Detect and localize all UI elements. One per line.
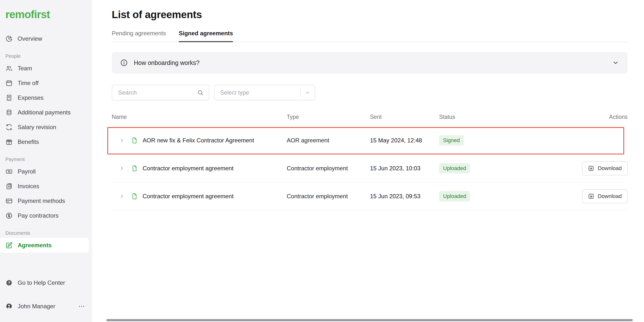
status-badge: Signed xyxy=(439,135,464,146)
sidebar-item-additional-payments[interactable]: Additional payments xyxy=(0,105,92,120)
sidebar-item-agreements[interactable]: Agreements xyxy=(0,238,89,253)
sidebar-item-label: Salary revision xyxy=(18,124,56,130)
page-title: List of agreements xyxy=(112,9,628,20)
sidebar-item-label: Additional payments xyxy=(18,109,70,116)
sidebar-item-label: Agreements xyxy=(18,242,52,249)
search-box xyxy=(112,85,209,100)
agreement-sent: 15 May 2024, 12:48 xyxy=(370,137,439,144)
receipt-icon xyxy=(6,94,13,102)
table-header: Name Type Sent Status Actions xyxy=(112,112,628,126)
sidebar-item-team[interactable]: Team xyxy=(0,61,92,76)
horizontal-scrollbar[interactable] xyxy=(106,319,633,321)
sidebar-item-expenses[interactable]: Expenses xyxy=(0,90,92,105)
column-header-type: Type xyxy=(287,114,370,120)
type-select-placeholder: Select type xyxy=(220,89,249,96)
filters-row: Select type xyxy=(112,85,628,100)
gift-icon xyxy=(6,138,13,146)
search-input[interactable] xyxy=(118,89,197,96)
question-circle-icon xyxy=(6,279,13,286)
remofirst-logo: remofirst xyxy=(0,8,92,20)
sidebar-item-label: Expenses xyxy=(18,94,43,101)
sidebar: remofirst Overview People Team Time off … xyxy=(0,0,92,322)
dollar-circle-icon xyxy=(6,212,13,219)
banknote-icon xyxy=(6,168,13,175)
sidebar-item-label: Pay contractors xyxy=(18,212,58,219)
user-more-button[interactable] xyxy=(78,302,86,310)
document-icon xyxy=(131,137,138,144)
select-divider xyxy=(300,88,301,97)
ellipsis-icon xyxy=(78,303,85,310)
column-header-name: Name xyxy=(112,114,287,120)
coins-icon xyxy=(6,109,13,116)
team-icon xyxy=(6,65,13,72)
user-menu[interactable]: John Manager xyxy=(0,299,92,314)
sidebar-section-people: People xyxy=(0,54,92,59)
invoices-icon xyxy=(6,182,13,190)
edit-icon xyxy=(6,242,13,249)
refresh-icon xyxy=(6,124,13,131)
agreement-type: Contractor employment xyxy=(287,165,370,172)
cell-name: AOR new fix & Felix Contractor Agreement xyxy=(112,137,287,144)
sidebar-item-invoices[interactable]: Invoices xyxy=(0,179,92,194)
sidebar-item-payroll[interactable]: Payroll xyxy=(0,164,92,179)
download-button[interactable]: Download xyxy=(582,189,628,204)
sidebar-item-salary-revision[interactable]: Salary revision xyxy=(0,120,92,134)
cell-status: Signed xyxy=(439,135,533,146)
sidebar-section-payment: Payment xyxy=(0,156,92,162)
agreement-sent: 15 Jun 2023, 10:03 xyxy=(370,165,439,172)
document-icon xyxy=(131,192,138,200)
pie-chart-icon xyxy=(6,35,13,42)
document-icon xyxy=(131,165,138,172)
chevron-right-icon[interactable] xyxy=(118,193,125,200)
search-icon xyxy=(197,89,204,96)
main-content: List of agreements Pending agreements Si… xyxy=(92,0,644,322)
cell-actions: Download xyxy=(533,161,628,176)
cell-status: Uploaded xyxy=(439,163,533,174)
column-header-status: Status xyxy=(439,114,533,120)
sidebar-item-time-off[interactable]: Time off xyxy=(0,76,92,90)
download-button[interactable]: Download xyxy=(582,161,628,176)
credit-card-icon xyxy=(6,197,13,204)
download-label: Download xyxy=(598,193,622,200)
agreement-type: Contractor employment xyxy=(287,193,370,200)
agreement-name: Contractor employment agreement xyxy=(142,193,234,200)
sidebar-item-pay-contractors[interactable]: Pay contractors xyxy=(0,208,92,223)
sidebar-footer: Go to Help Center John Manager xyxy=(0,276,92,322)
status-badge: Uploaded xyxy=(439,191,470,202)
cell-name: Contractor employment agreement xyxy=(112,165,287,172)
sidebar-section-documents: Documents xyxy=(0,230,92,236)
sidebar-item-label: Team xyxy=(18,65,32,72)
tab-pending-agreements[interactable]: Pending agreements xyxy=(112,30,166,42)
help-center-label: Go to Help Center xyxy=(18,279,65,286)
avatar xyxy=(6,303,13,310)
sidebar-item-label: Overview xyxy=(18,35,42,42)
type-select[interactable]: Select type xyxy=(214,85,315,100)
cell-name: Contractor employment agreement xyxy=(112,192,287,200)
sidebar-item-benefits[interactable]: Benefits xyxy=(0,134,92,149)
table-row[interactable]: AOR new fix & Felix Contractor Agreement… xyxy=(112,126,628,154)
chevron-right-icon[interactable] xyxy=(118,165,125,172)
agreement-name: AOR new fix & Felix Contractor Agreement xyxy=(142,137,254,144)
agreement-name: Contractor employment agreement xyxy=(142,165,234,172)
download-icon xyxy=(588,193,594,200)
sidebar-item-overview[interactable]: Overview xyxy=(0,31,92,46)
agreements-table: Name Type Sent Status Actions AOR new fi… xyxy=(112,112,628,210)
chevron-right-icon[interactable] xyxy=(118,137,125,144)
info-icon xyxy=(120,59,128,67)
download-label: Download xyxy=(598,165,622,172)
chevron-down-icon xyxy=(304,90,311,96)
onboarding-banner[interactable]: How onboarding works? xyxy=(112,52,628,74)
banner-text: How onboarding works? xyxy=(134,59,200,66)
table-row[interactable]: Contractor employment agreement Contract… xyxy=(112,154,628,182)
table-row[interactable]: Contractor employment agreement Contract… xyxy=(112,182,628,210)
sidebar-item-payment-methods[interactable]: Payment methods xyxy=(0,194,92,208)
sidebar-item-label: Payment methods xyxy=(18,198,65,204)
cell-status: Uploaded xyxy=(439,191,533,202)
chevron-down-icon[interactable] xyxy=(612,59,619,66)
help-center-link[interactable]: Go to Help Center xyxy=(0,276,92,290)
column-header-actions: Actions xyxy=(533,114,628,120)
tab-bar: Pending agreements Signed agreements xyxy=(112,30,628,42)
cell-actions: Download xyxy=(533,189,628,204)
tab-signed-agreements[interactable]: Signed agreements xyxy=(179,30,233,42)
status-badge: Uploaded xyxy=(439,163,470,174)
